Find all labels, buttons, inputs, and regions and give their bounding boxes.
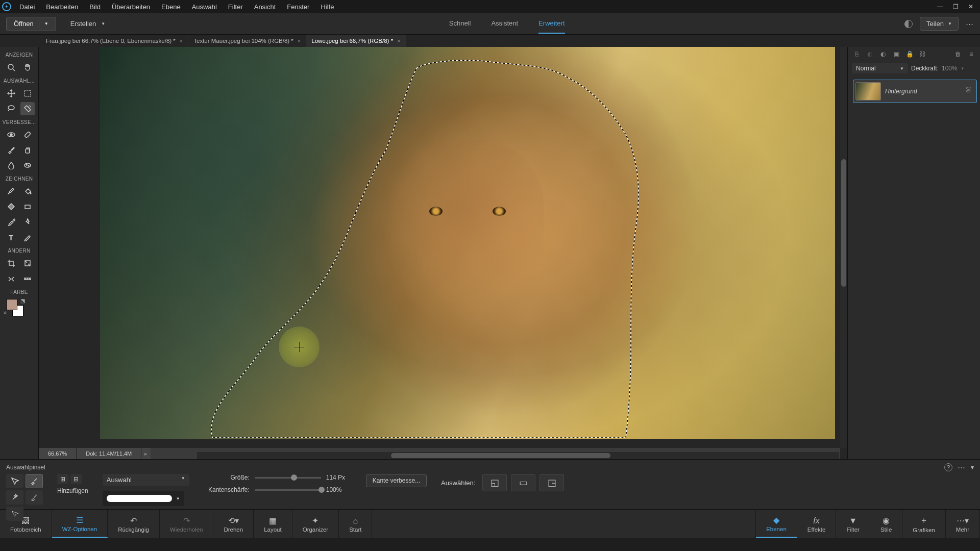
styles-button[interactable]: ◉Stile bbox=[870, 510, 902, 538]
straighten-tool[interactable] bbox=[20, 272, 35, 285]
reset-colors-icon[interactable]: ⬔ bbox=[20, 298, 25, 304]
select-subject-icon[interactable]: ◱ bbox=[482, 474, 507, 491]
eyedropper-tool[interactable] bbox=[4, 215, 18, 229]
toolopts-button[interactable]: ☰WZ-Optionen bbox=[52, 510, 108, 538]
menu-image[interactable]: Bild bbox=[84, 1, 106, 13]
opacity-value[interactable]: 100% bbox=[942, 65, 958, 72]
magic-select-tool[interactable] bbox=[6, 507, 23, 521]
slider-thumb[interactable] bbox=[291, 474, 297, 481]
create-button[interactable]: Erstellen ▼ bbox=[66, 17, 110, 31]
undo-button[interactable]: ↶Rückgängig bbox=[108, 510, 160, 538]
menu-help[interactable]: Hilfe bbox=[315, 1, 339, 13]
redo-button[interactable]: ↷Wiederholen bbox=[160, 510, 214, 538]
zoom-level[interactable]: 66,67% bbox=[39, 448, 76, 459]
mode-select[interactable]: Auswahl ▼ bbox=[103, 474, 189, 486]
panel-menu-icon[interactable]: ⋯ bbox=[958, 463, 966, 472]
menu-select[interactable]: Auswahl bbox=[187, 1, 222, 13]
effects-button[interactable]: fxEffekte bbox=[797, 510, 837, 538]
document-tab[interactable]: Löwe.jpeg bei 66,7% (RGB/8) * × bbox=[306, 35, 406, 47]
minimize-button[interactable]: — bbox=[933, 2, 947, 12]
swap-colors-icon[interactable]: ⤭ bbox=[3, 310, 7, 315]
panel-menu-icon[interactable]: ≡ bbox=[967, 50, 976, 58]
docinfo-menu-icon[interactable]: ▸ bbox=[141, 448, 151, 459]
slider-thumb[interactable] bbox=[318, 487, 325, 493]
feather-value[interactable]: 100% bbox=[326, 486, 352, 493]
link-icon[interactable]: ⛓ bbox=[918, 50, 927, 58]
add-selection-icon[interactable]: ⊞ bbox=[57, 474, 68, 484]
feather-slider[interactable] bbox=[255, 489, 321, 491]
brush-tool[interactable] bbox=[4, 185, 18, 198]
adjust-layer-icon[interactable]: ◐ bbox=[878, 50, 888, 58]
foreground-color-chip[interactable] bbox=[6, 299, 17, 310]
filters-button[interactable]: ▼Filter bbox=[836, 510, 870, 538]
refine-brush-tool[interactable] bbox=[26, 490, 43, 505]
collapse-icon[interactable]: ▾ bbox=[971, 464, 974, 471]
document-tab[interactable]: Textur Mauer.jpeg bei 104% (RGB/8) * × bbox=[188, 35, 306, 47]
pencil-tool[interactable] bbox=[20, 231, 35, 244]
lock-icon[interactable]: ⛆ bbox=[965, 87, 974, 96]
sponge-tool[interactable] bbox=[20, 159, 35, 172]
close-button[interactable]: ✕ bbox=[964, 2, 978, 12]
horizontal-scrollbar[interactable] bbox=[197, 452, 839, 459]
menu-view[interactable]: Ansicht bbox=[249, 1, 281, 13]
magic-wand-tool[interactable] bbox=[6, 490, 23, 505]
lock-icon[interactable]: 🔒 bbox=[905, 50, 914, 58]
selection-brush-tool[interactable] bbox=[26, 474, 43, 488]
layer-item[interactable]: Hintergrund ⛆ bbox=[853, 80, 977, 103]
spot-heal-tool[interactable] bbox=[20, 128, 35, 141]
open-button[interactable]: Öffnen ▼ bbox=[6, 17, 56, 31]
close-tab-icon[interactable]: × bbox=[397, 38, 400, 44]
crop-tool[interactable] bbox=[4, 257, 18, 270]
new-fill-icon[interactable]: ▣ bbox=[892, 50, 901, 58]
help-icon[interactable]: ? bbox=[944, 463, 952, 471]
home-button[interactable]: ⌂Start bbox=[339, 510, 372, 538]
maximize-button[interactable]: ❐ bbox=[948, 2, 963, 12]
close-tab-icon[interactable]: × bbox=[298, 38, 301, 44]
menu-window[interactable]: Fenster bbox=[282, 1, 314, 13]
refine-edge-button[interactable]: Kante verbesse... bbox=[366, 474, 427, 487]
shape-tool[interactable] bbox=[20, 215, 35, 229]
size-value[interactable]: 114 Px bbox=[326, 474, 352, 481]
hand-tool[interactable] bbox=[20, 61, 35, 74]
zoom-tool[interactable] bbox=[4, 61, 18, 74]
vertical-scrollbar[interactable] bbox=[840, 47, 847, 448]
lasso-tool[interactable] bbox=[4, 102, 18, 115]
document-tab[interactable]: Frau.jpeg bei 66,7% (Ebene 0, Ebenenmask… bbox=[41, 35, 188, 47]
smart-brush-tool[interactable] bbox=[4, 143, 18, 157]
blur-tool[interactable] bbox=[4, 159, 18, 172]
layout-button[interactable]: ▦Layout bbox=[254, 510, 292, 538]
subtract-selection-icon[interactable]: ⊟ bbox=[70, 474, 82, 484]
theme-toggle-icon[interactable] bbox=[904, 20, 913, 28]
organizer-button[interactable]: ✦Organizer bbox=[292, 510, 339, 538]
quick-select-tool[interactable] bbox=[20, 102, 35, 115]
marquee-tool[interactable] bbox=[20, 87, 35, 100]
redeye-tool[interactable] bbox=[4, 128, 18, 141]
move-tool[interactable] bbox=[4, 87, 18, 100]
delete-layer-icon[interactable]: 🗑 bbox=[953, 50, 963, 58]
rotate-button[interactable]: ⟲▾Drehen bbox=[213, 510, 254, 538]
color-chips[interactable]: ⬔ ⤭ bbox=[0, 297, 23, 319]
select-sky-icon[interactable]: ▭ bbox=[511, 474, 535, 491]
mode-expert[interactable]: Erweitert bbox=[538, 14, 565, 34]
recompose-tool[interactable] bbox=[20, 257, 35, 270]
more-button[interactable]: ⋯▾Mehr bbox=[946, 510, 980, 538]
graphics-button[interactable]: ＋Grafiken bbox=[902, 510, 945, 538]
rectangle-tool[interactable] bbox=[20, 200, 35, 213]
mode-quick[interactable]: Schnell bbox=[449, 14, 471, 34]
scrollbar-thumb[interactable] bbox=[841, 159, 846, 287]
brush-preset-select[interactable]: ▼ bbox=[103, 491, 184, 506]
close-tab-icon[interactable]: × bbox=[180, 38, 183, 44]
content-move-tool[interactable] bbox=[4, 272, 18, 285]
menu-layer[interactable]: Ebene bbox=[156, 1, 186, 13]
text-tool[interactable]: T bbox=[4, 231, 18, 244]
layer-mask-icon[interactable]: ◐ bbox=[865, 50, 874, 58]
chevron-down-icon[interactable]: ▼ bbox=[961, 66, 965, 71]
size-slider[interactable] bbox=[255, 477, 321, 479]
scrollbar-thumb[interactable] bbox=[391, 453, 610, 458]
more-menu-icon[interactable]: ⋯ bbox=[966, 19, 974, 29]
canvas-viewport[interactable] bbox=[100, 47, 835, 439]
menu-filter[interactable]: Filter bbox=[223, 1, 248, 13]
new-layer-icon[interactable]: ⎘ bbox=[852, 50, 861, 58]
share-button[interactable]: Teilen ▼ bbox=[920, 17, 959, 31]
menu-enhance[interactable]: Überarbeiten bbox=[107, 1, 155, 13]
